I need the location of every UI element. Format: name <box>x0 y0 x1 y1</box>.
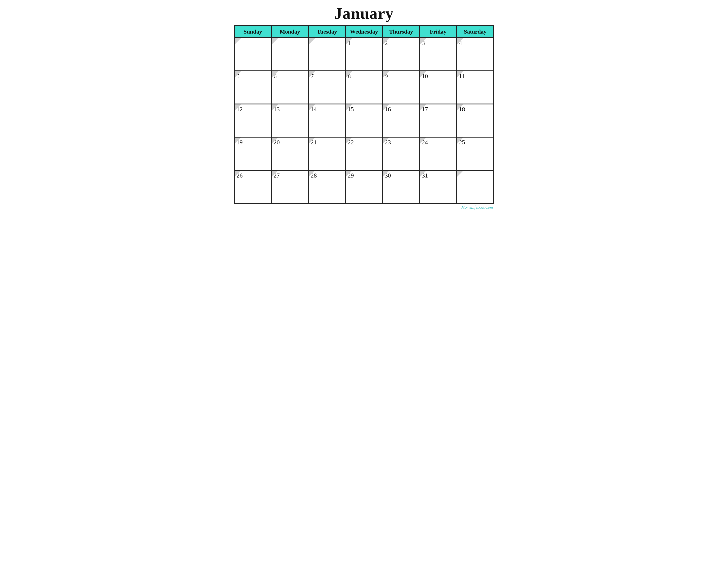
day-number: 9 <box>383 71 419 80</box>
header-day-monday: Monday <box>271 26 308 38</box>
day-number: 12 <box>235 104 271 113</box>
day-number: 5 <box>235 71 271 80</box>
day-cell: 6 <box>271 71 308 104</box>
header-day-thursday: Thursday <box>383 26 420 38</box>
day-number: 21 <box>309 137 345 146</box>
day-number: 16 <box>383 104 419 113</box>
corner-fold <box>457 171 463 177</box>
day-number: 1 <box>346 38 382 47</box>
day-cell <box>234 38 271 71</box>
day-number: 22 <box>346 137 382 146</box>
day-number: 28 <box>309 171 345 179</box>
calendar-body: 1234567891011121314151617181920212223242… <box>234 38 494 203</box>
day-cell: 1 <box>345 38 383 71</box>
day-number: 24 <box>420 137 456 146</box>
day-cell: 10 <box>420 71 457 104</box>
day-cell <box>271 38 308 71</box>
day-number: 2 <box>383 38 419 47</box>
corner-fold <box>235 38 241 44</box>
day-cell: 27 <box>271 170 308 203</box>
day-cell: 16 <box>383 104 420 137</box>
day-cell: 29 <box>345 170 383 203</box>
day-number: 27 <box>272 171 308 179</box>
day-number: 7 <box>309 71 345 80</box>
day-cell: 13 <box>271 104 308 137</box>
day-cell: 28 <box>308 170 345 203</box>
day-cell: 23 <box>383 137 420 170</box>
day-number: 18 <box>457 104 493 113</box>
day-number: 15 <box>346 104 382 113</box>
header-day-wednesday: Wednesday <box>345 26 383 38</box>
day-cell: 12 <box>234 104 271 137</box>
day-number: 6 <box>272 71 308 80</box>
day-number: 10 <box>420 71 456 80</box>
day-cell: 17 <box>420 104 457 137</box>
day-cell: 20 <box>271 137 308 170</box>
day-number: 14 <box>309 104 345 113</box>
day-number: 8 <box>346 71 382 80</box>
day-cell <box>308 38 345 71</box>
day-number: 30 <box>383 171 419 179</box>
header-day-friday: Friday <box>420 26 457 38</box>
day-number: 20 <box>272 137 308 146</box>
day-number: 19 <box>235 137 271 146</box>
day-cell: 22 <box>345 137 383 170</box>
day-cell: 18 <box>457 104 494 137</box>
day-cell: 30 <box>383 170 420 203</box>
day-cell: 14 <box>308 104 345 137</box>
day-cell: 9 <box>383 71 420 104</box>
page-title: January <box>334 4 394 23</box>
day-cell: 19 <box>234 137 271 170</box>
calendar-header: SundayMondayTuesdayWednesdayThursdayFrid… <box>234 26 494 38</box>
day-cell <box>457 170 494 203</box>
day-cell: 8 <box>345 71 383 104</box>
watermark: MomsLifeboat.Com <box>234 205 494 210</box>
header-day-tuesday: Tuesday <box>308 26 345 38</box>
day-cell: 2 <box>383 38 420 71</box>
day-cell: 26 <box>234 170 271 203</box>
header-day-saturday: Saturday <box>457 26 494 38</box>
day-cell: 5 <box>234 71 271 104</box>
day-number: 3 <box>420 38 456 47</box>
day-cell: 7 <box>308 71 345 104</box>
day-number: 11 <box>457 71 493 80</box>
day-number: 29 <box>346 171 382 179</box>
day-number: 17 <box>420 104 456 113</box>
day-number: 31 <box>420 171 456 179</box>
day-number: 13 <box>272 104 308 113</box>
day-cell: 3 <box>420 38 457 71</box>
day-cell: 11 <box>457 71 494 104</box>
day-cell: 25 <box>457 137 494 170</box>
corner-fold <box>309 38 315 44</box>
day-cell: 31 <box>420 170 457 203</box>
day-number: 23 <box>383 137 419 146</box>
day-number: 4 <box>457 38 493 47</box>
corner-fold <box>272 38 278 44</box>
day-number: 26 <box>235 171 271 179</box>
day-cell: 24 <box>420 137 457 170</box>
day-number: 25 <box>457 137 493 146</box>
header-day-sunday: Sunday <box>234 26 271 38</box>
day-cell: 4 <box>457 38 494 71</box>
calendar: SundayMondayTuesdayWednesdayThursdayFrid… <box>234 25 494 204</box>
day-cell: 15 <box>345 104 383 137</box>
day-cell: 21 <box>308 137 345 170</box>
